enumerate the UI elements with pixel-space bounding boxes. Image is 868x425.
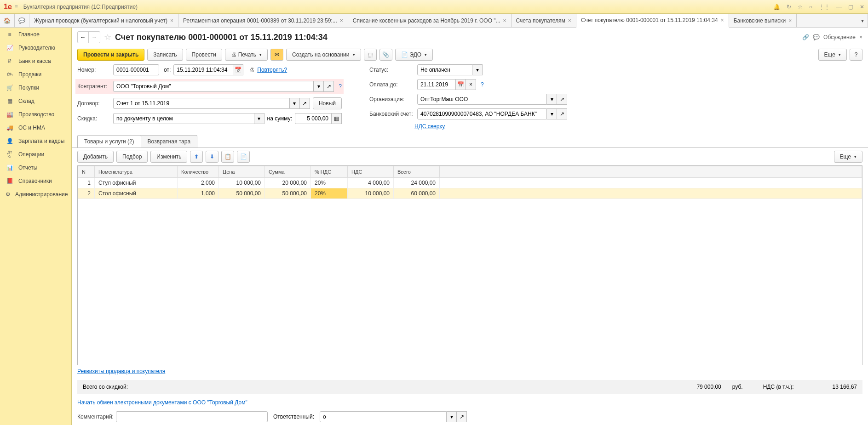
post-close-button[interactable]: Провести и закрыть <box>77 49 144 61</box>
open-icon[interactable]: ↗ <box>324 81 334 92</box>
open-icon[interactable]: ↗ <box>457 411 467 422</box>
tab-0[interactable]: Журнал проводок (бухгалтерский и налогов… <box>29 14 178 27</box>
paste-button[interactable]: 📄 <box>237 151 250 163</box>
open-icon[interactable]: ↗ <box>300 98 310 109</box>
col-vat-pct[interactable]: % НДС <box>311 166 348 178</box>
responsible-input[interactable] <box>320 411 447 422</box>
new-contract-button[interactable]: Новый <box>313 97 342 109</box>
sidebar-item-bank[interactable]: ₽Банк и касса <box>0 54 71 68</box>
discuss-label[interactable]: Обсуждение <box>823 34 856 40</box>
tab-2[interactable]: Списание косвенных расходов за Ноябрь 20… <box>348 14 512 27</box>
dot-icon[interactable]: ○ <box>809 4 812 10</box>
print-button[interactable]: 🖨Печать▾ <box>225 49 268 61</box>
close-icon[interactable]: ✕ <box>860 4 864 10</box>
help-icon[interactable]: ? <box>339 83 342 90</box>
clear-icon[interactable]: × <box>466 79 476 90</box>
nds-link[interactable]: НДС сверху <box>414 123 445 130</box>
help-icon[interactable]: ? <box>481 81 484 88</box>
table-row[interactable]: 2 Стол офисный 1,000 50 000,00 50 000,00… <box>78 188 862 199</box>
tab-close-icon[interactable]: × <box>568 17 571 24</box>
calc-icon[interactable]: ▦ <box>332 113 342 124</box>
menu-icon[interactable]: ≡ <box>15 4 18 10</box>
minimize-icon[interactable]: — <box>836 4 842 10</box>
col-n[interactable]: N <box>78 166 95 178</box>
link-icon[interactable]: 🔗 <box>802 34 809 40</box>
col-nom[interactable]: Номенклатура <box>95 166 178 178</box>
history-icon[interactable]: ↻ <box>787 4 791 10</box>
maximize-icon[interactable]: ▢ <box>848 4 853 10</box>
discount-input[interactable] <box>113 113 254 124</box>
calendar-icon[interactable]: 📅 <box>456 79 466 90</box>
sidebar-item-catalogs[interactable]: 📕Справочники <box>0 174 71 187</box>
open-icon[interactable]: ↗ <box>557 108 567 119</box>
forward-button[interactable]: → <box>89 32 100 43</box>
sidebar-item-purchases[interactable]: 🛒Покупки <box>0 81 71 94</box>
date-input[interactable] <box>173 64 233 75</box>
sidebar-item-admin[interactable]: ⚙Администрирование <box>0 187 71 201</box>
tab-5[interactable]: Банковские выписки× <box>729 14 797 27</box>
favorite-icon[interactable]: ☆ <box>104 32 111 42</box>
bank-input[interactable] <box>417 108 547 119</box>
tab-close-icon[interactable]: × <box>788 17 792 24</box>
dropdown-icon[interactable]: ▾ <box>314 81 324 92</box>
sidebar-item-operations[interactable]: ДтКтОперации <box>0 147 71 161</box>
move-up-button[interactable]: ⬆ <box>190 151 203 163</box>
seller-buyer-link[interactable]: Реквизиты продавца и покупателя <box>77 368 165 374</box>
col-price[interactable]: Цена <box>219 166 265 178</box>
number-input[interactable] <box>113 64 159 75</box>
edo-start-link[interactable]: Начать обмен электронными документами с … <box>77 399 247 406</box>
add-row-button[interactable]: Добавить <box>77 151 114 163</box>
sidebar-item-manager[interactable]: 📈Руководителю <box>0 41 71 54</box>
sidebar-item-production[interactable]: 🏭Производство <box>0 108 71 121</box>
dropdown-icon[interactable]: ▾ <box>254 113 264 124</box>
dropdown-icon[interactable]: ▾ <box>547 94 557 105</box>
settings-icon[interactable]: ⋮⋮ <box>819 4 830 10</box>
edit-row-button[interactable]: Изменить <box>150 151 187 163</box>
on-sum-input[interactable] <box>295 113 332 124</box>
save-button[interactable]: Записать <box>147 49 183 61</box>
star-icon[interactable]: ☆ <box>798 4 803 10</box>
col-vat[interactable]: НДС <box>348 166 394 178</box>
sidebar-item-assets[interactable]: 🚚ОС и НМА <box>0 121 71 134</box>
move-down-button[interactable]: ⬇ <box>206 151 218 163</box>
back-button[interactable]: ← <box>78 32 89 43</box>
calendar-icon[interactable]: 📅 <box>233 64 243 75</box>
goods-tab[interactable]: Товары и услуги (2) <box>77 135 141 147</box>
col-total[interactable]: Всего <box>394 166 440 178</box>
repeat-link[interactable]: Повторять? <box>257 67 287 73</box>
print-icon[interactable]: 🖨 <box>249 67 254 73</box>
open-icon[interactable]: ↗ <box>557 94 567 105</box>
tab-4[interactable]: Счет покупателю 0001-000001 от 15.11.201… <box>576 14 729 28</box>
sidebar-item-warehouse[interactable]: ▦Склад <box>0 94 71 108</box>
contragent-input[interactable] <box>113 81 314 92</box>
org-input[interactable] <box>417 94 547 105</box>
mail-button[interactable]: ✉ <box>270 49 283 61</box>
col-sum[interactable]: Сумма <box>265 166 311 178</box>
sidebar-item-reports[interactable]: 📊Отчеты <box>0 161 71 174</box>
col-qty[interactable]: Количество <box>178 166 219 178</box>
tab-3[interactable]: Счета покупателям× <box>512 14 576 27</box>
active-cell[interactable]: 20% <box>311 188 348 199</box>
bell-icon[interactable]: 🔔 <box>773 4 780 10</box>
chat-tab-icon[interactable]: 💬 <box>15 14 29 27</box>
sidebar-item-main[interactable]: ≡Главное <box>0 28 71 41</box>
tab-close-icon[interactable]: × <box>340 17 343 24</box>
create-based-button[interactable]: Создать на основании▾ <box>286 49 361 61</box>
status-input[interactable] <box>417 64 472 75</box>
tab-1[interactable]: Регламентная операция 0001-000389 от 30.… <box>178 14 348 27</box>
home-tab-icon[interactable]: 🏠 <box>0 14 15 27</box>
pick-button[interactable]: Подбор <box>116 151 148 163</box>
tab-close-icon[interactable]: × <box>721 17 724 23</box>
help-button[interactable]: ? <box>850 49 862 61</box>
edo-button[interactable]: 📄ЭДО▾ <box>395 49 433 61</box>
sidebar-item-hr[interactable]: 👤Зарплата и кадры <box>0 134 71 147</box>
pay-until-input[interactable] <box>417 79 456 90</box>
contract-input[interactable] <box>113 98 290 109</box>
dropdown-icon[interactable]: ▾ <box>472 64 483 75</box>
dropdown-icon[interactable]: ▾ <box>447 411 457 422</box>
more-button[interactable]: Еще▾ <box>818 49 847 61</box>
structure-button[interactable]: ⬚ <box>364 49 377 61</box>
comment-input[interactable] <box>116 411 268 422</box>
tare-tab[interactable]: Возвратная тара <box>141 135 198 147</box>
post-button[interactable]: Провести <box>186 49 222 61</box>
